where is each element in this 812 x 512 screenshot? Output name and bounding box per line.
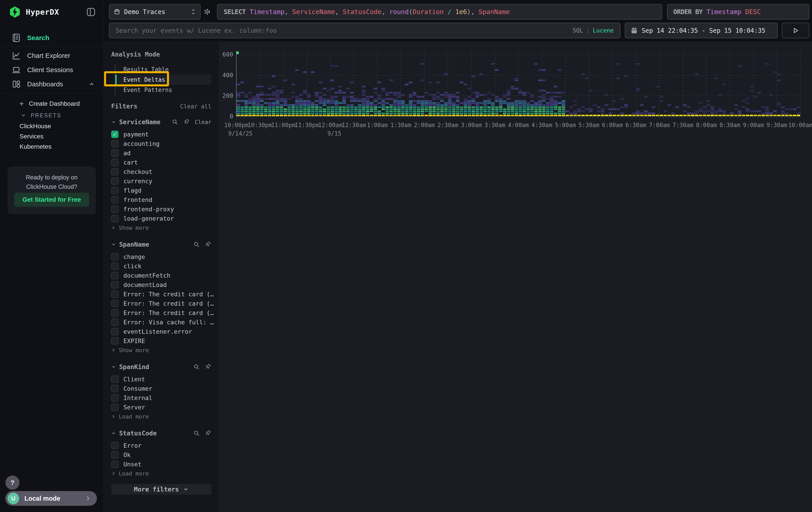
checkbox[interactable] — [111, 263, 118, 270]
filter-option[interactable]: accounting — [111, 139, 211, 148]
date-range-picker[interactable]: Sep 14 22:04:35 - Sep 15 10:04:35 — [625, 23, 778, 38]
filter-option[interactable]: cart — [111, 158, 211, 167]
show-more-button[interactable]: Load more — [111, 469, 211, 478]
filter-option[interactable]: Consumer — [111, 384, 211, 393]
filter-option[interactable]: Error: Visa cache full: … — [111, 318, 211, 327]
checkbox[interactable] — [111, 394, 118, 402]
filter-option[interactable]: frontend-proxy — [111, 204, 211, 214]
checkbox[interactable] — [111, 272, 118, 279]
checkbox[interactable] — [111, 215, 118, 222]
search-icon[interactable] — [172, 119, 178, 125]
checkbox[interactable] — [111, 281, 118, 289]
lucene-mode-option[interactable]: Lucene — [593, 27, 614, 34]
gear-icon[interactable] — [203, 7, 211, 16]
checkbox[interactable] — [111, 159, 118, 166]
search-icon[interactable] — [193, 430, 200, 436]
search-icon[interactable] — [193, 241, 200, 248]
analysis-mode-option-event-deltas[interactable]: Event Deltas — [115, 75, 211, 85]
checkbox[interactable] — [111, 451, 118, 459]
show-more-button[interactable]: Show more — [111, 346, 211, 355]
sidebar-item-chart-explorer[interactable]: Chart Explorer — [0, 49, 104, 63]
checkbox[interactable] — [111, 337, 118, 345]
checkbox[interactable] — [111, 300, 118, 307]
show-more-button[interactable]: Show more — [111, 223, 211, 233]
pin-icon[interactable] — [205, 241, 211, 248]
chevron-down-icon[interactable] — [111, 365, 116, 369]
more-filters-button[interactable]: More filters — [111, 484, 211, 495]
filter-option[interactable]: documentFetch — [111, 271, 211, 280]
filter-option[interactable]: ✓payment — [111, 130, 211, 139]
filter-option[interactable]: Internal — [111, 393, 211, 402]
checkbox[interactable] — [111, 442, 118, 449]
analysis-mode-option-results-table[interactable]: Results Table — [115, 64, 211, 75]
filter-option[interactable]: Error — [111, 441, 211, 450]
sidebar-collapse-icon[interactable] — [86, 7, 96, 17]
filter-option[interactable]: Error: The credit card (… — [111, 289, 211, 299]
filter-option[interactable]: Client — [111, 374, 211, 384]
user-menu[interactable]: U Local mode — [5, 491, 97, 506]
presets-group[interactable]: PRESETS — [0, 110, 104, 121]
search-input[interactable] — [116, 27, 573, 34]
checkbox[interactable] — [111, 404, 118, 411]
chevron-up-icon[interactable] — [88, 81, 95, 87]
checkbox[interactable] — [111, 196, 118, 204]
events-heatmap-canvas[interactable] — [219, 42, 812, 148]
checkbox[interactable] — [111, 328, 118, 335]
checkbox[interactable] — [111, 461, 118, 468]
filter-option[interactable]: change — [111, 252, 211, 261]
filter-option[interactable]: eventListener.error — [111, 327, 211, 336]
clear-filter-button[interactable]: Clear — [195, 119, 211, 125]
checkbox[interactable] — [111, 385, 118, 392]
sidebar-item-dashboards[interactable]: Dashboards — [0, 77, 104, 91]
checkbox[interactable] — [111, 309, 118, 317]
filter-option[interactable]: load-generator — [111, 214, 211, 223]
source-select[interactable]: Demo Traces — [109, 4, 201, 20]
filter-option[interactable]: checkout — [111, 167, 211, 176]
sql-mode-option[interactable]: SQL — [573, 27, 583, 34]
filter-option[interactable]: frontend — [111, 195, 211, 204]
show-more-button[interactable]: Load more — [111, 412, 211, 421]
sidebar-item-services[interactable]: Services — [0, 131, 104, 141]
filter-option[interactable]: EXPIRE — [111, 336, 211, 346]
create-dashboard-button[interactable]: Create Dashboard — [0, 98, 104, 110]
analysis-mode-option-event-patterns[interactable]: Event Patterns — [115, 85, 211, 95]
checkbox[interactable] — [111, 168, 118, 176]
chevron-down-icon[interactable] — [111, 119, 116, 125]
filter-option[interactable]: Error: The credit card (… — [111, 308, 211, 318]
filter-option[interactable]: Error: The credit card (… — [111, 299, 211, 308]
checkbox[interactable] — [111, 187, 118, 194]
chevron-down-icon[interactable] — [111, 431, 116, 436]
help-button[interactable]: ? — [5, 476, 20, 490]
pin-icon[interactable] — [205, 430, 211, 436]
filter-option[interactable]: Server — [111, 402, 211, 412]
filter-option[interactable]: documentLoad — [111, 280, 211, 289]
checkbox[interactable] — [111, 150, 118, 157]
filter-option[interactable]: currency — [111, 176, 211, 186]
sidebar-item-search[interactable]: Search — [0, 29, 104, 47]
filter-option[interactable]: Ok — [111, 450, 211, 459]
checkbox-checked[interactable]: ✓ — [111, 131, 118, 138]
checkbox[interactable] — [111, 376, 118, 383]
chevron-down-icon[interactable] — [111, 242, 116, 247]
checkbox[interactable] — [111, 253, 118, 261]
sql-select-editor[interactable]: SELECT Timestamp, ServiceName, StatusCod… — [217, 4, 662, 20]
checkbox[interactable] — [111, 206, 118, 213]
checkbox[interactable] — [111, 178, 118, 185]
get-started-button[interactable]: Get Started for Free — [14, 193, 89, 207]
pin-icon[interactable] — [205, 363, 211, 370]
sidebar-item-clickhouse[interactable]: ClickHouse — [0, 121, 104, 131]
order-by-editor[interactable]: ORDER BY Timestamp DESC — [667, 4, 809, 20]
clear-all-button[interactable]: Clear all — [180, 103, 211, 110]
sidebar-item-kubernetes[interactable]: Kubernetes — [0, 141, 104, 152]
filter-option[interactable]: flagd — [111, 186, 211, 195]
search-icon[interactable] — [193, 363, 200, 370]
filter-option[interactable]: click — [111, 261, 211, 271]
checkbox[interactable] — [111, 291, 118, 298]
checkbox[interactable] — [111, 319, 118, 326]
filter-option[interactable]: ad — [111, 148, 211, 158]
filter-option[interactable]: Unset — [111, 459, 211, 469]
checkbox[interactable] — [111, 140, 118, 147]
run-query-button[interactable] — [782, 23, 809, 38]
sidebar-item-client-sessions[interactable]: Client Sessions — [0, 63, 104, 77]
pin-icon[interactable] — [183, 119, 190, 125]
